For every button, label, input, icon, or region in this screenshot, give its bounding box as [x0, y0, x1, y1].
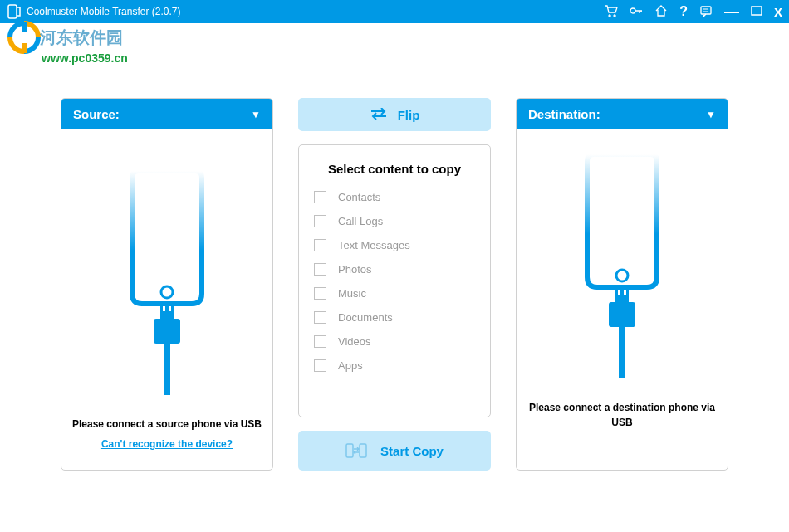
checkbox-textmessages[interactable] — [314, 239, 326, 251]
flip-icon — [370, 108, 388, 122]
checkbox-contacts[interactable] — [314, 191, 326, 203]
content-label: Videos — [338, 335, 371, 348]
destination-header-label: Destination: — [528, 107, 600, 121]
content-title: Select content to copy — [314, 162, 475, 176]
watermark: 河东软件园 www.pc0359.cn — [7, 20, 128, 65]
app-logo-icon — [7, 4, 22, 19]
maximize-icon[interactable] — [751, 5, 762, 18]
destination-body: Please connect a destination phone via U… — [517, 129, 728, 470]
flip-button[interactable]: Flip — [298, 98, 491, 131]
start-copy-label: Start Copy — [380, 444, 444, 458]
content-item-documents: Documents — [314, 311, 475, 324]
svg-rect-13 — [360, 444, 366, 457]
svg-point-14 — [616, 270, 628, 281]
middle-column: Flip Select content to copy Contacts Cal… — [298, 98, 491, 471]
content-label: Contacts — [338, 191, 380, 203]
chevron-down-icon: ▼ — [706, 109, 716, 120]
content-label: Documents — [338, 311, 393, 324]
content-item-textmessages: Text Messages — [314, 239, 475, 251]
content-item-calllogs: Call Logs — [314, 215, 475, 227]
svg-rect-19 — [619, 327, 625, 378]
content-item-apps: Apps — [314, 359, 475, 372]
svg-rect-3 — [752, 7, 762, 15]
checkbox-music[interactable] — [314, 287, 326, 300]
source-header[interactable]: Source: ▼ — [61, 99, 272, 129]
main-content: Source: ▼ — [0, 23, 789, 504]
destination-panel: Destination: ▼ — [516, 98, 728, 471]
content-label: Photos — [338, 263, 371, 276]
source-message: Please connect a source phone via USB — [72, 417, 262, 432]
svg-point-6 — [161, 286, 173, 298]
destination-message: Please connect a destination phone via U… — [527, 400, 718, 430]
checkbox-photos[interactable] — [314, 263, 326, 276]
feedback-icon[interactable] — [699, 5, 713, 19]
svg-rect-2 — [701, 7, 711, 14]
checkbox-documents[interactable] — [314, 311, 326, 324]
content-label: Apps — [338, 359, 363, 372]
chevron-down-icon: ▼ — [251, 109, 261, 120]
help-icon[interactable]: ? — [679, 4, 688, 19]
app-title: Coolmuster Mobile Transfer (2.0.7) — [27, 6, 605, 17]
content-label: Text Messages — [338, 239, 410, 251]
transfer-icon — [345, 442, 367, 460]
content-list: Contacts Call Logs Text Messages Photos … — [314, 191, 475, 372]
content-item-videos: Videos — [314, 335, 475, 348]
titlebar-controls: ? — X — [605, 3, 782, 21]
watermark-url: www.pc0359.cn — [42, 51, 128, 65]
svg-rect-10 — [154, 319, 180, 344]
checkbox-apps[interactable] — [314, 359, 326, 372]
source-help-link[interactable]: Can't recognize the device? — [101, 438, 233, 450]
checkbox-calllogs[interactable] — [314, 215, 326, 227]
svg-rect-5 — [22, 43, 27, 53]
svg-rect-11 — [164, 344, 170, 395]
content-label: Call Logs — [338, 215, 383, 227]
source-header-label: Source: — [73, 107, 120, 121]
key-icon[interactable] — [630, 5, 643, 19]
close-icon[interactable]: X — [774, 5, 782, 19]
content-item-contacts: Contacts — [314, 191, 475, 203]
checkbox-videos[interactable] — [314, 335, 326, 348]
start-copy-button[interactable]: Start Copy — [298, 431, 491, 471]
cart-icon[interactable] — [605, 5, 618, 19]
minimize-icon[interactable]: — — [724, 3, 739, 21]
content-item-music: Music — [314, 287, 475, 300]
svg-point-1 — [630, 8, 635, 13]
watermark-text: 河东软件园 — [40, 27, 123, 49]
flip-label: Flip — [398, 108, 420, 122]
content-label: Music — [338, 287, 366, 300]
svg-rect-4 — [22, 22, 27, 32]
svg-rect-18 — [609, 302, 635, 327]
source-body: Please connect a source phone via USB Ca… — [61, 129, 272, 470]
svg-rect-0 — [8, 5, 17, 18]
content-item-photos: Photos — [314, 263, 475, 276]
source-phone-graphic — [113, 169, 221, 410]
home-icon[interactable] — [654, 5, 668, 19]
destination-header[interactable]: Destination: ▼ — [517, 99, 728, 129]
source-panel: Source: ▼ — [61, 98, 273, 471]
content-panel: Select content to copy Contacts Call Log… — [298, 144, 491, 417]
destination-phone-graphic — [568, 153, 676, 393]
svg-rect-12 — [346, 444, 353, 457]
